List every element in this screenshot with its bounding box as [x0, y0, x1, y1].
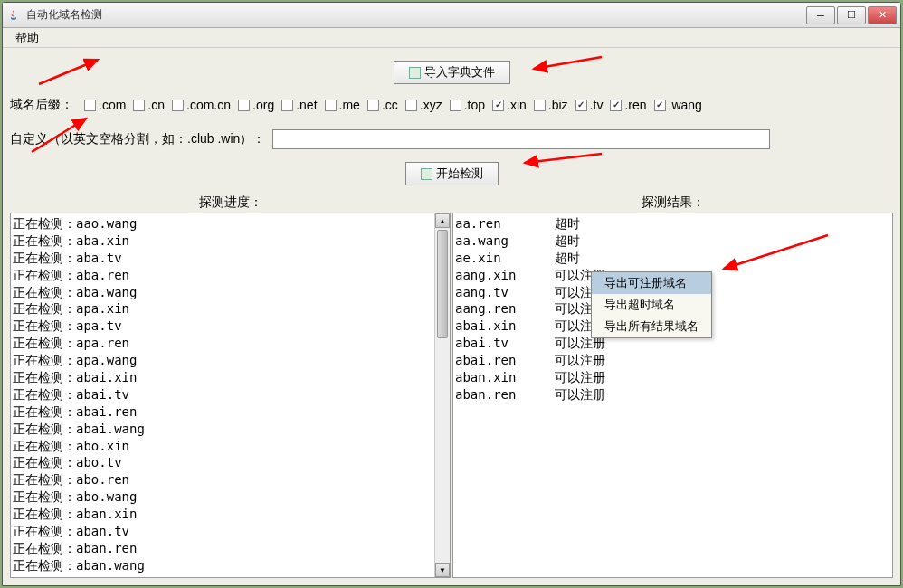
- scrollbar-thumb[interactable]: [437, 230, 448, 338]
- suffix-checkboxes: .com.cn.com.cn.org.net.me.cc.xyz.top.xin…: [77, 98, 702, 112]
- list-item[interactable]: 正在检测：abo.tv: [13, 454, 432, 471]
- checkbox-icon[interactable]: [610, 100, 622, 111]
- list-item[interactable]: 正在检测：aban.tv: [13, 523, 432, 540]
- close-button[interactable]: ✕: [868, 6, 897, 24]
- checkbox-icon[interactable]: [367, 100, 379, 111]
- list-item[interactable]: 正在检测：abai.ren: [13, 403, 432, 421]
- result-status: 超时: [555, 250, 580, 267]
- checkbox-icon[interactable]: [534, 100, 546, 111]
- import-dict-label: 导入字典文件: [424, 64, 495, 81]
- list-item[interactable]: 正在检测：abo.wang: [13, 488, 432, 506]
- suffix-checkbox-wang[interactable]: .wang: [654, 98, 702, 112]
- list-item[interactable]: ae.xin超时: [455, 250, 890, 267]
- suffix-checkbox-com[interactable]: .com: [84, 98, 126, 112]
- result-status: 超时: [555, 215, 580, 232]
- suffix-checkbox-me[interactable]: .me: [325, 98, 360, 112]
- list-item[interactable]: 正在检测：apa.xin: [13, 300, 432, 318]
- checkbox-icon[interactable]: [172, 100, 184, 111]
- list-item[interactable]: 正在检测：aba.wang: [13, 284, 432, 301]
- checkbox-label: .net: [296, 98, 317, 112]
- checkbox-icon[interactable]: [405, 100, 417, 111]
- scroll-up-icon[interactable]: ▲: [435, 213, 450, 228]
- suffix-checkbox-ren[interactable]: .ren: [610, 98, 646, 112]
- window-title: 自动化域名检测: [26, 7, 804, 23]
- list-item[interactable]: 正在检测：apa.wang: [13, 352, 432, 369]
- progress-body: 正在检测：aao.wang正在检测：aba.xin正在检测：aba.tv正在检测…: [10, 213, 451, 578]
- checkbox-icon[interactable]: [492, 100, 504, 111]
- suffix-checkbox-cn[interactable]: .cn: [133, 98, 165, 112]
- context-menu-item[interactable]: 导出超时域名: [592, 294, 711, 316]
- scroll-down-icon[interactable]: ▼: [435, 563, 450, 577]
- checkbox-label: .ren: [624, 98, 646, 112]
- list-item[interactable]: 正在检测：aao.wang: [13, 215, 432, 232]
- context-menu-item[interactable]: 导出所有结果域名: [592, 316, 711, 337]
- checkbox-label: .top: [464, 98, 485, 112]
- checkbox-label: .org: [252, 98, 274, 112]
- result-domain: ae.xin: [455, 250, 555, 267]
- suffix-checkbox-xyz[interactable]: .xyz: [405, 98, 442, 112]
- checkbox-icon[interactable]: [238, 100, 250, 111]
- progress-panel: 探测进度： 正在检测：aao.wang正在检测：aba.xin正在检测：aba.…: [10, 193, 451, 578]
- result-status: 可以注册: [555, 352, 605, 369]
- suffix-checkbox-xin[interactable]: .xin: [492, 98, 527, 112]
- list-item[interactable]: aa.wang超时: [455, 232, 890, 250]
- suffix-checkbox-com.cn[interactable]: .com.cn: [172, 98, 231, 112]
- list-item[interactable]: aban.xin可以注册: [455, 369, 890, 386]
- progress-list[interactable]: 正在检测：aao.wang正在检测：aba.xin正在检测：aba.tv正在检测…: [11, 213, 434, 577]
- list-item[interactable]: 正在检测：aban.xin: [13, 506, 432, 523]
- menubar: 帮助: [3, 28, 900, 48]
- checkbox-icon[interactable]: [325, 100, 337, 111]
- start-detect-button[interactable]: 开始检测: [405, 162, 499, 185]
- menu-help[interactable]: 帮助: [8, 28, 46, 48]
- checkbox-icon[interactable]: [450, 100, 461, 111]
- list-item[interactable]: abai.ren可以注册: [455, 352, 890, 369]
- checkbox-icon[interactable]: [654, 100, 666, 111]
- maximize-button[interactable]: ☐: [837, 6, 866, 24]
- result-domain: aang.xin: [455, 267, 555, 284]
- list-item[interactable]: 正在检测：abo.xin: [13, 438, 432, 455]
- content-area: 导入字典文件 域名后缀： .com.cn.com.cn.org.net.me.c…: [3, 48, 900, 585]
- list-item[interactable]: 正在检测：abai.xin: [13, 369, 432, 386]
- checkbox-icon[interactable]: [84, 100, 96, 111]
- list-item[interactable]: aa.ren超时: [455, 215, 890, 232]
- list-item[interactable]: 正在检测：apa.ren: [13, 335, 432, 352]
- result-domain: aang.ren: [455, 300, 555, 318]
- list-item[interactable]: 正在检测：aban.ren: [13, 540, 432, 557]
- suffix-checkbox-tv[interactable]: .tv: [575, 98, 604, 112]
- checkbox-icon[interactable]: [281, 100, 293, 111]
- titlebar: 自动化域名检测 ─ ☐ ✕: [3, 3, 900, 28]
- list-item[interactable]: 正在检测：abai.wang: [13, 421, 432, 438]
- import-row: 导入字典文件: [10, 55, 893, 90]
- results-list[interactable]: aa.ren超时aa.wang超时ae.xin超时aang.xin可以注册aan…: [453, 213, 892, 577]
- suffix-checkbox-top[interactable]: .top: [450, 98, 485, 112]
- suffix-checkbox-biz[interactable]: .biz: [534, 98, 568, 112]
- checkbox-icon[interactable]: [575, 100, 587, 111]
- custom-input[interactable]: [272, 129, 770, 149]
- checkbox-label: .xyz: [420, 98, 442, 112]
- result-domain: abai.tv: [455, 335, 555, 352]
- result-status: 可以注册: [555, 369, 605, 386]
- results-panel: 探测结果： aa.ren超时aa.wang超时ae.xin超时aang.xin可…: [452, 193, 893, 578]
- import-dict-button[interactable]: 导入字典文件: [394, 61, 510, 84]
- suffix-checkbox-net[interactable]: .net: [281, 98, 317, 112]
- list-item[interactable]: 正在检测：aba.xin: [13, 232, 432, 250]
- checkbox-label: .me: [339, 98, 360, 112]
- checkbox-label: .cn: [147, 98, 165, 112]
- list-item[interactable]: 正在检测：aba.tv: [13, 250, 432, 267]
- suffix-row: 域名后缀： .com.cn.com.cn.org.net.me.cc.xyz.t…: [10, 90, 893, 120]
- suffix-checkbox-cc[interactable]: .cc: [367, 98, 398, 112]
- list-item[interactable]: 正在检测：abo.ren: [13, 471, 432, 488]
- result-status: 超时: [555, 232, 580, 250]
- list-item[interactable]: 正在检测：abai.tv: [13, 386, 432, 403]
- suffix-checkbox-org[interactable]: .org: [238, 98, 274, 112]
- checkbox-icon[interactable]: [133, 100, 145, 111]
- checkbox-label: .com.cn: [186, 98, 231, 112]
- list-item[interactable]: 正在检测：aba.ren: [13, 267, 432, 284]
- list-item[interactable]: 正在检测：apa.tv: [13, 318, 432, 335]
- checkbox-label: .xin: [507, 98, 527, 112]
- list-item[interactable]: aban.ren可以注册: [455, 386, 890, 403]
- context-menu-item[interactable]: 导出可注册域名: [592, 272, 711, 294]
- progress-scrollbar[interactable]: ▲ ▼: [434, 213, 450, 577]
- list-item[interactable]: 正在检测：aban.wang: [13, 557, 432, 574]
- minimize-button[interactable]: ─: [806, 6, 835, 24]
